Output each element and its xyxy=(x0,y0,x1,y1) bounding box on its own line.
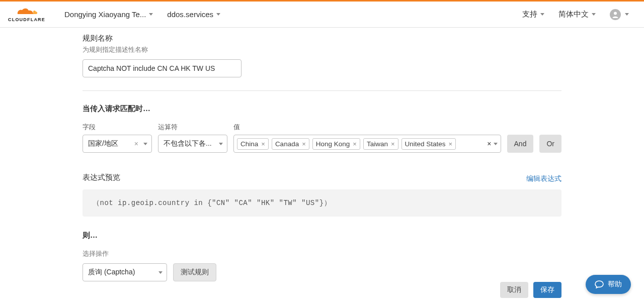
operator-value: 不包含以下各... xyxy=(164,139,217,148)
user-menu[interactable] xyxy=(603,9,636,20)
action-value: 质询 (Captcha) xyxy=(88,268,156,277)
caret-down-icon xyxy=(216,13,220,16)
field-column-label: 字段 xyxy=(83,123,152,132)
rule-name-input[interactable] xyxy=(83,59,242,77)
footer-bar: 取消 保存 xyxy=(0,277,644,303)
rule-name-sub: 为规则指定描述性名称 xyxy=(83,45,561,54)
caret-down-icon xyxy=(149,13,153,16)
tag-china: China× xyxy=(237,138,269,150)
tag-remove-icon[interactable]: × xyxy=(391,140,395,148)
edit-expression-link[interactable]: 编辑表达式 xyxy=(526,174,561,183)
language-label: 简体中文 xyxy=(558,10,589,19)
help-button[interactable]: 帮助 xyxy=(586,275,631,294)
operator-column-label: 运算符 xyxy=(158,123,227,132)
account-selector[interactable]: Dongying Xiaoyang Te... xyxy=(57,10,160,19)
expression-preview-code: （not ip.geoip.country in {"CN" "CA" "HK"… xyxy=(83,189,561,217)
header: CLOUDFLARE Dongying Xiaoyang Te... ddos.… xyxy=(0,2,644,28)
tag-list: China× Canada× Hong Kong× Taiwan× United… xyxy=(237,138,456,150)
cloud-icon xyxy=(15,7,38,17)
match-row: 字段 国家/地区 × 运算符 不包含以下各... 值 China× Canada… xyxy=(83,123,561,153)
clear-icon[interactable]: × xyxy=(131,140,141,148)
tag-remove-icon[interactable]: × xyxy=(302,140,306,148)
caret-down-icon xyxy=(540,13,544,16)
logo-text: CLOUDFLARE xyxy=(8,17,45,22)
main-content: 规则名称 为规则指定描述性名称 当传入请求匹配时… 字段 国家/地区 × 运算符… xyxy=(83,28,561,303)
match-section-title: 当传入请求匹配时… xyxy=(83,104,561,114)
operator-select[interactable]: 不包含以下各... xyxy=(158,135,227,153)
expression-preview-label: 表达式预览 xyxy=(83,173,120,182)
account-name: Dongying Xiaoyang Te... xyxy=(64,10,146,19)
tag-remove-icon[interactable]: × xyxy=(449,140,453,148)
cancel-button[interactable]: 取消 xyxy=(500,282,528,298)
or-button[interactable]: Or xyxy=(539,135,561,153)
avatar-icon xyxy=(610,9,621,20)
cloudflare-logo[interactable]: CLOUDFLARE xyxy=(8,7,45,22)
tag-us: United States× xyxy=(401,138,456,150)
language-menu[interactable]: 简体中文 xyxy=(551,10,603,19)
divider xyxy=(83,90,561,91)
help-label: 帮助 xyxy=(608,280,622,289)
domain-name: ddos.services xyxy=(167,10,213,19)
tag-remove-icon[interactable]: × xyxy=(353,140,357,148)
caret-down-icon xyxy=(592,13,596,16)
field-select[interactable]: 国家/地区 × xyxy=(83,135,152,153)
caret-down-icon xyxy=(625,13,629,16)
caret-down-icon xyxy=(143,143,147,145)
caret-down-icon xyxy=(158,271,163,274)
chat-icon xyxy=(595,280,604,288)
svg-point-0 xyxy=(614,12,617,15)
tag-canada: Canada× xyxy=(272,138,309,150)
action-section-title: 则… xyxy=(83,231,561,240)
support-label: 支持 xyxy=(522,10,537,19)
tag-hongkong: Hong Kong× xyxy=(312,138,360,150)
value-column-label: 值 xyxy=(233,123,501,132)
rule-name-label: 规则名称 xyxy=(83,34,561,43)
save-button[interactable]: 保存 xyxy=(533,282,561,298)
tag-taiwan: Taiwan× xyxy=(363,138,398,150)
support-menu[interactable]: 支持 xyxy=(515,10,551,19)
caret-down-icon xyxy=(219,143,223,145)
action-sub: 选择操作 xyxy=(83,249,561,258)
clear-all-icon[interactable]: × xyxy=(487,140,491,148)
field-value: 国家/地区 xyxy=(88,139,131,148)
caret-down-icon xyxy=(494,143,498,145)
and-button[interactable]: And xyxy=(507,135,534,153)
value-multiselect[interactable]: China× Canada× Hong Kong× Taiwan× United… xyxy=(233,135,501,153)
tag-remove-icon[interactable]: × xyxy=(261,140,265,148)
domain-selector[interactable]: ddos.services xyxy=(160,10,227,19)
